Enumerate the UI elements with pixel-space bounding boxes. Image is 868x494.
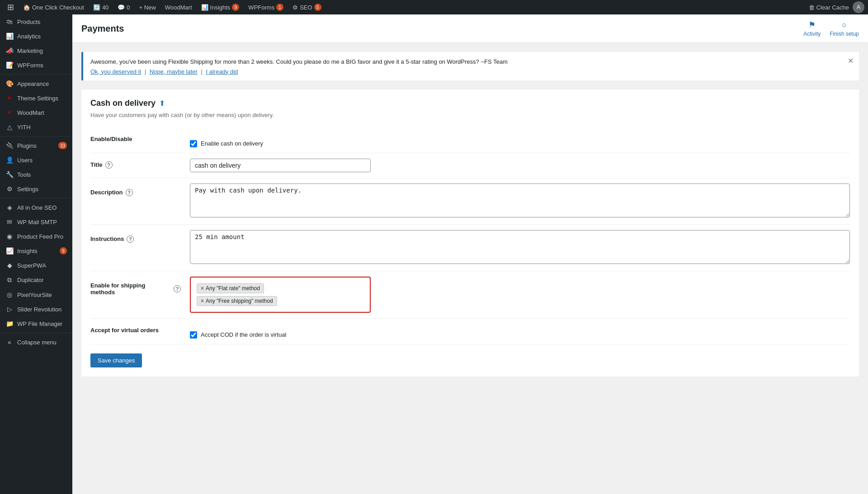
save-changes-button[interactable]: Save changes [90, 353, 142, 367]
title-help-icon[interactable]: ? [105, 161, 113, 169]
instructions-help-icon[interactable]: ? [127, 235, 134, 243]
sidebar-item-product-feed-pro[interactable]: ◉ Product Feed Pro [0, 229, 72, 244]
insights-sidebar-badge: 9 [60, 247, 67, 254]
sidebar-divider-2 [0, 136, 72, 136]
admin-bar-new[interactable]: + New [136, 0, 160, 14]
sidebar-item-settings[interactable]: ⚙ Settings [0, 182, 72, 196]
sidebar-item-wp-file-manager[interactable]: 📁 WP File Manager [0, 316, 72, 331]
collapse-icon: « [5, 339, 14, 346]
enable-disable-row: Enable/Disable Enable cash on delivery [90, 127, 850, 153]
instructions-field [181, 224, 850, 271]
main-content: Payments ⚑ Activity ○ Finish setup Aweso… [72, 14, 868, 494]
sidebar-item-products[interactable]: 🛍 Products [0, 14, 72, 29]
activity-button[interactable]: ⚑ Activity [803, 20, 821, 37]
virtual-checkbox-row: Accept COD if the order is virtual [190, 324, 850, 339]
wp-logo-icon: ⊞ [7, 2, 14, 12]
admin-bar-site-name[interactable]: 🏠 One Click Checkout [19, 0, 88, 14]
sidebar-item-users[interactable]: 👤 Users [0, 153, 72, 167]
description-textarea[interactable] [190, 183, 850, 217]
plugins-icon: 🔌 [5, 142, 14, 149]
shipping-method-label-1: Any "Free shipping" method [206, 298, 273, 304]
description-row: Description ? [90, 178, 850, 224]
admin-bar-clear-cache[interactable]: 🗑 Clear Cache [805, 0, 853, 14]
sidebar-item-appearance[interactable]: 🎨 Appearance [0, 76, 72, 91]
enable-disable-label: Enable/Disable [90, 127, 181, 153]
virtual-orders-checkbox[interactable] [190, 331, 197, 339]
admin-bar-woodmart[interactable]: WoodMart [161, 0, 196, 14]
header-actions: ⚑ Activity ○ Finish setup [803, 20, 859, 37]
admin-bar: ⊞ 🏠 One Click Checkout 🔄 40 💬 0 + New Wo… [0, 0, 868, 14]
cache-icon: 🗑 [809, 4, 815, 11]
notice-link-already[interactable]: I already did [206, 68, 238, 75]
sidebar-item-analytics[interactable]: 📊 Analytics [0, 29, 72, 43]
description-field [181, 178, 850, 224]
description-help-icon[interactable]: ? [126, 189, 133, 196]
all-in-one-seo-icon: ◈ [5, 204, 14, 211]
remove-free-shipping-button[interactable]: × [201, 298, 204, 304]
instructions-label-cell: Instructions ? [90, 224, 181, 271]
slider-revolution-icon: ▷ [5, 306, 14, 313]
updates-icon: 🔄 [93, 4, 100, 11]
sidebar-item-plugins[interactable]: 🔌 Plugins 33 [0, 138, 72, 153]
upload-icon[interactable]: ⬆ [159, 99, 165, 108]
enable-checkbox[interactable] [190, 140, 197, 147]
title-input[interactable] [190, 159, 371, 172]
enable-disable-field: Enable cash on delivery [181, 127, 850, 153]
sidebar-item-all-in-one-seo[interactable]: ◈ All in One SEO [0, 200, 72, 215]
sidebar-item-duplicator[interactable]: ⧉ Duplicator [0, 273, 72, 287]
instructions-field-wrapper [190, 230, 850, 265]
sidebar-item-insights[interactable]: 📈 Insights 9 [0, 244, 72, 258]
shipping-methods-label-cell: Enable for shipping methods ? [90, 271, 181, 318]
shipping-method-label-0: Any "Flat rate" method [206, 285, 260, 292]
tools-icon: 🔧 [5, 171, 14, 178]
notice-banner: Awesome, you've been using Flexible Ship… [81, 52, 859, 80]
insights-badge: 9 [232, 4, 239, 11]
cash-on-delivery-section: Cash on delivery ⬆ Have your customers p… [81, 89, 859, 376]
enable-checkbox-label[interactable]: Enable cash on delivery [201, 140, 263, 147]
shipping-methods-selector[interactable]: × Any "Flat rate" method × Any "Free shi… [190, 277, 371, 313]
sidebar-item-woodmart[interactable]: ✕ WoodMart [0, 105, 72, 120]
instructions-row: Instructions ? [90, 224, 850, 271]
sidebar-item-tools[interactable]: 🔧 Tools [0, 167, 72, 182]
title-row: Title ? [90, 153, 850, 178]
admin-bar-wpforms[interactable]: WPForms 1 [245, 0, 287, 14]
product-feed-pro-icon: ◉ [5, 233, 14, 240]
sidebar-item-yith[interactable]: △ YITH [0, 120, 72, 134]
admin-bar-comments[interactable]: 💬 0 [114, 0, 133, 14]
admin-bar-avatar[interactable]: A [853, 1, 864, 13]
duplicator-icon: ⧉ [5, 276, 14, 284]
appearance-icon: 🎨 [5, 80, 14, 87]
notice-link-nope[interactable]: Nope, maybe later [150, 68, 198, 75]
sidebar-item-slider-revolution[interactable]: ▷ Slider Revolution [0, 302, 72, 316]
sidebar-item-wpforms[interactable]: 📝 WPForms [0, 58, 72, 72]
shipping-methods-row: Enable for shipping methods ? × Any "Fla… [90, 271, 850, 318]
enable-checkbox-row: Enable cash on delivery [190, 133, 850, 147]
instructions-textarea[interactable] [190, 230, 850, 264]
notice-links: Ok, you deserved it | Nope, maybe later … [90, 68, 852, 75]
analytics-icon: 📊 [5, 33, 14, 40]
sidebar-divider-4 [0, 333, 72, 333]
sidebar-item-collapse-menu[interactable]: « Collapse menu [0, 335, 72, 349]
admin-bar-right: 🗑 Clear Cache A [805, 0, 864, 14]
sidebar-item-theme-settings[interactable]: ✕ Theme Settings [0, 91, 72, 105]
settings-form-table: Enable/Disable Enable cash on delivery [90, 127, 850, 344]
admin-bar-updates[interactable]: 🔄 40 [90, 0, 112, 14]
wp-logo-link[interactable]: ⊞ [4, 0, 18, 14]
shipping-methods-help-icon[interactable]: ? [174, 285, 181, 292]
virtual-orders-checkbox-label[interactable]: Accept COD if the order is virtual [201, 331, 286, 338]
theme-settings-icon: ✕ [5, 94, 14, 102]
finish-setup-button[interactable]: ○ Finish setup [830, 20, 859, 37]
shipping-method-tag-1: × Any "Free shipping" method [197, 296, 277, 306]
notice-link-ok[interactable]: Ok, you deserved it [90, 68, 141, 75]
sidebar-item-pixelyoursite[interactable]: ◎ PixelYourSite [0, 287, 72, 302]
sidebar-item-superpwa[interactable]: ◆ SuperPWA [0, 258, 72, 273]
notice-close-button[interactable]: ✕ [848, 56, 854, 65]
sidebar-item-wp-mail-smtp[interactable]: ✉ WP Mail SMTP [0, 215, 72, 229]
remove-flat-rate-button[interactable]: × [201, 285, 204, 292]
sidebar-item-marketing[interactable]: 📣 Marketing [0, 43, 72, 58]
admin-bar-seo[interactable]: ⚙ SEO 5 [289, 0, 325, 14]
notice-text: Awesome, you've been using Flexible Ship… [90, 57, 852, 66]
section-subtitle: Have your customers pay with cash (or by… [90, 112, 850, 118]
description-field-wrapper [190, 183, 850, 219]
admin-bar-insights[interactable]: 📊 Insights 9 [198, 0, 243, 14]
